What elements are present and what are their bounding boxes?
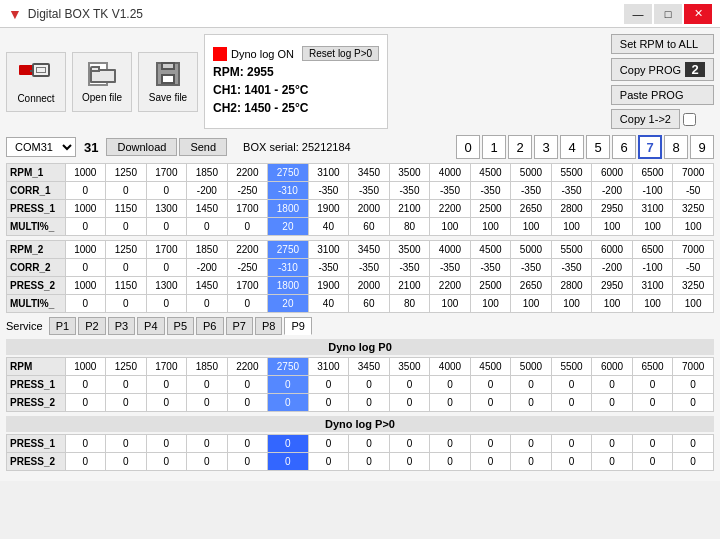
save-file-button[interactable]: Save file (138, 52, 198, 112)
cell[interactable]: 2000 (349, 200, 390, 218)
cell[interactable]: -350 (308, 182, 349, 200)
cell[interactable]: 4500 (470, 358, 511, 376)
cell[interactable]: 0 (430, 394, 471, 412)
cell[interactable]: 0 (349, 394, 390, 412)
tab-p6[interactable]: P6 (196, 317, 223, 335)
cell[interactable]: 100 (470, 295, 511, 313)
cell[interactable]: 100 (632, 295, 673, 313)
cell[interactable]: 2000 (349, 277, 390, 295)
cell[interactable]: 1300 (146, 200, 187, 218)
cell[interactable]: -250 (227, 182, 268, 200)
cell[interactable]: 0 (592, 376, 633, 394)
cell[interactable]: 1000 (65, 358, 106, 376)
cell[interactable]: -350 (511, 182, 552, 200)
cell[interactable]: 0 (349, 453, 390, 471)
cell[interactable]: 2950 (592, 277, 633, 295)
cell[interactable]: 3450 (349, 164, 390, 182)
cell[interactable]: -50 (673, 259, 714, 277)
cell[interactable]: 0 (65, 182, 106, 200)
digit-4[interactable]: 4 (560, 135, 584, 159)
cell[interactable]: -350 (430, 259, 471, 277)
cell[interactable]: 40 (308, 295, 349, 313)
cell[interactable]: 100 (551, 295, 592, 313)
cell[interactable]: -350 (430, 182, 471, 200)
cell[interactable]: -100 (632, 182, 673, 200)
cell[interactable]: 0 (308, 435, 349, 453)
cell[interactable]: 4000 (430, 164, 471, 182)
cell[interactable]: -50 (673, 182, 714, 200)
cell[interactable]: 1150 (106, 200, 147, 218)
cell[interactable]: 5500 (551, 358, 592, 376)
digit-8[interactable]: 8 (664, 135, 688, 159)
cell[interactable]: 0 (470, 394, 511, 412)
cell[interactable]: 2200 (430, 277, 471, 295)
cell[interactable]: 3100 (632, 277, 673, 295)
cell[interactable]: 0 (551, 453, 592, 471)
cell[interactable]: 80 (389, 218, 430, 236)
cell[interactable]: 0 (389, 394, 430, 412)
cell[interactable]: 0 (673, 453, 714, 471)
cell[interactable]: 0 (592, 453, 633, 471)
cell[interactable]: 3500 (389, 164, 430, 182)
tab-p8[interactable]: P8 (255, 317, 282, 335)
cell[interactable]: 5000 (511, 241, 552, 259)
tab-p4[interactable]: P4 (137, 317, 164, 335)
cell[interactable]: 2100 (389, 277, 430, 295)
cell[interactable]: 0 (187, 218, 228, 236)
cell[interactable]: 0 (470, 376, 511, 394)
cell[interactable]: 0 (389, 376, 430, 394)
cell[interactable]: 2750 (268, 358, 309, 376)
cell[interactable]: 0 (106, 295, 147, 313)
reset-log-button[interactable]: Reset log P>0 (302, 46, 379, 61)
cell[interactable]: 0 (227, 295, 268, 313)
cell[interactable]: 0 (632, 435, 673, 453)
cell[interactable]: 100 (673, 295, 714, 313)
cell[interactable]: 3500 (389, 241, 430, 259)
cell[interactable]: 1450 (187, 277, 228, 295)
cell[interactable]: 1900 (308, 200, 349, 218)
cell[interactable]: 7000 (673, 358, 714, 376)
cell[interactable]: -200 (592, 259, 633, 277)
cell[interactable]: 1700 (227, 200, 268, 218)
cell[interactable]: 0 (146, 259, 187, 277)
cell[interactable]: 1850 (187, 358, 228, 376)
cell[interactable]: 0 (146, 453, 187, 471)
cell[interactable]: 100 (632, 218, 673, 236)
copy-1to2-button[interactable]: Copy 1->2 (611, 109, 680, 129)
cell[interactable]: 100 (592, 218, 633, 236)
cell[interactable]: -350 (511, 259, 552, 277)
cell[interactable]: 0 (65, 218, 106, 236)
cell[interactable]: 1800 (268, 277, 309, 295)
close-button[interactable]: ✕ (684, 4, 712, 24)
cell[interactable]: 2650 (511, 277, 552, 295)
cell[interactable]: 1000 (65, 277, 106, 295)
cell[interactable]: 0 (389, 435, 430, 453)
cell[interactable]: 1700 (227, 277, 268, 295)
cell[interactable]: 5500 (551, 241, 592, 259)
cell[interactable]: 3100 (308, 164, 349, 182)
cell[interactable]: 100 (430, 295, 471, 313)
cell[interactable]: 0 (268, 453, 309, 471)
cell[interactable]: 0 (146, 218, 187, 236)
cell[interactable]: 100 (430, 218, 471, 236)
cell[interactable]: -350 (308, 259, 349, 277)
cell[interactable]: 4500 (470, 241, 511, 259)
cell[interactable]: 2800 (551, 200, 592, 218)
cell[interactable]: 2500 (470, 277, 511, 295)
cell[interactable]: 0 (632, 394, 673, 412)
cell[interactable]: 2950 (592, 200, 633, 218)
cell[interactable]: 2200 (227, 358, 268, 376)
cell[interactable]: 100 (592, 295, 633, 313)
cell[interactable]: 4000 (430, 241, 471, 259)
cell[interactable]: 0 (65, 376, 106, 394)
cell[interactable]: 3250 (673, 200, 714, 218)
cell[interactable]: 100 (551, 218, 592, 236)
com-port-select[interactable]: COM31 (6, 137, 76, 157)
cell[interactable]: 4000 (430, 358, 471, 376)
cell[interactable]: 0 (65, 435, 106, 453)
cell[interactable]: 0 (551, 435, 592, 453)
cell[interactable]: 100 (511, 295, 552, 313)
cell[interactable]: 0 (106, 259, 147, 277)
cell[interactable]: 1000 (65, 241, 106, 259)
cell[interactable]: 0 (106, 453, 147, 471)
